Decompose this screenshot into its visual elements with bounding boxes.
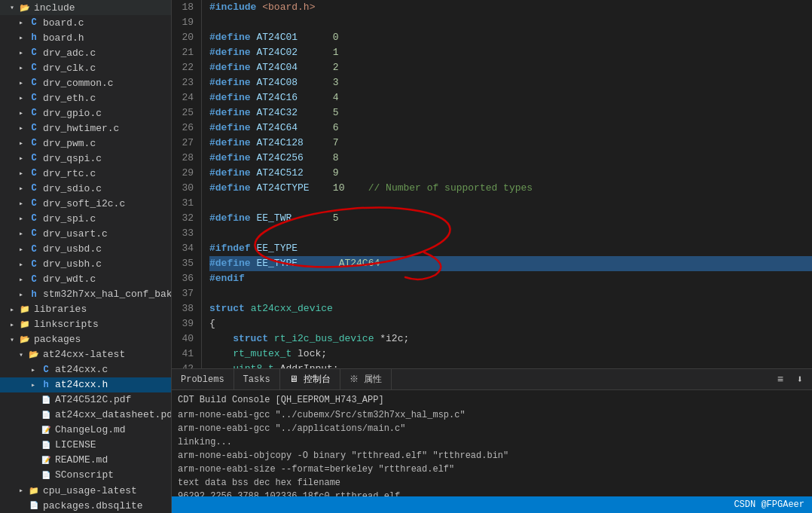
tree-arrow-include[interactable] <box>6 3 18 12</box>
tree-arrow-at24cxx-c[interactable] <box>27 365 39 374</box>
sidebar-item-SConscript[interactable]: 📄SConscript <box>0 468 171 483</box>
c-file-icon: C <box>27 17 41 28</box>
code-line-29[interactable]: #define AT24C512 9 <box>209 166 812 181</box>
tree-arrow-board-c[interactable] <box>15 18 27 27</box>
panel-log-line: text data bss dec hex filename <box>178 476 806 490</box>
tree-arrow-drv-qspi-c[interactable] <box>15 154 27 163</box>
sidebar-item-drv-pwm-c[interactable]: Cdrv_pwm.c <box>0 136 171 151</box>
tree-arrow-drv-eth-c[interactable] <box>15 93 27 102</box>
sidebar-item-at24cxx-datasheet-pdf[interactable]: 📄at24cxx_datasheet.pdf <box>0 408 171 423</box>
code-line-36[interactable]: #endif <box>209 271 812 286</box>
sidebar-item-at24cxx-h[interactable]: hat24cxx.h <box>0 377 171 392</box>
tree-arrow-drv-hwtimer-c[interactable] <box>15 124 27 133</box>
sidebar-item-at24cxx-c[interactable]: Cat24cxx.c <box>0 362 171 377</box>
tree-arrow-cpu-usage-latest[interactable] <box>15 486 27 495</box>
tree-arrow-drv-clk-c[interactable] <box>15 63 27 72</box>
code-line-23[interactable]: #define AT24C08 3 <box>209 75 812 90</box>
code-line-32[interactable]: #define EE_TWR 5 <box>209 211 812 226</box>
tree-arrow-board-h[interactable] <box>15 33 27 42</box>
sidebar-item-drv-sdio-c[interactable]: Cdrv_sdio.c <box>0 181 171 196</box>
code-line-31[interactable] <box>209 196 812 211</box>
sidebar-label-drv-common-c: drv_common.c <box>43 78 114 89</box>
tree-arrow-drv-usart-c[interactable] <box>15 229 27 238</box>
sidebar-item-drv-soft-i2c-c[interactable]: Cdrv_soft_i2c.c <box>0 196 171 211</box>
sidebar-item-drv-spi-c[interactable]: Cdrv_spi.c <box>0 211 171 226</box>
code-line-41[interactable]: rt_mutex_t lock; <box>209 347 812 362</box>
tree-arrow-drv-soft-i2c-c[interactable] <box>15 199 27 208</box>
tree-arrow-drv-usbd-c[interactable] <box>15 245 27 254</box>
code-line-24[interactable]: #define AT24C16 4 <box>209 90 812 105</box>
tree-arrow-drv-adc-c[interactable] <box>15 48 27 57</box>
tree-arrow-libraries[interactable] <box>6 305 18 314</box>
sidebar-item-packages[interactable]: 📂packages <box>0 332 171 347</box>
panel-tab-tasks[interactable]: Tasks <box>234 369 280 390</box>
tree-arrow-drv-rtc-c[interactable] <box>15 169 27 178</box>
tree-arrow-drv-common-c[interactable] <box>15 78 27 87</box>
sidebar-item-drv-rtc-c[interactable]: Cdrv_rtc.c <box>0 166 171 181</box>
code-line-30[interactable]: #define AT24CTYPE 10 // Number of suppor… <box>209 181 812 196</box>
tree-arrow-packages[interactable] <box>6 335 18 344</box>
sidebar-item-drv-hwtimer-c[interactable]: Cdrv_hwtimer.c <box>0 121 171 136</box>
sidebar-item-README-md[interactable]: 📝README.md <box>0 453 171 468</box>
panel-tab-problems[interactable]: Problems <box>172 369 234 390</box>
panel-menu-icon[interactable]: ≡ <box>772 371 789 388</box>
sidebar-item-cpu-usage-latest[interactable]: 📁cpu_usage-latest <box>0 483 171 498</box>
code-line-18[interactable]: #include <board.h> <box>209 0 812 15</box>
sidebar-item-drv-qspi-c[interactable]: Cdrv_qspi.c <box>0 151 171 166</box>
panel-tab-※-属性[interactable]: ※ 属性 <box>340 369 392 390</box>
sidebar-item-drv-gpio-c[interactable]: Cdrv_gpio.c <box>0 105 171 121</box>
c-file-icon: C <box>27 274 41 285</box>
sidebar-item-stm32h7xx-hal-conf[interactable]: hstm32h7xx_hal_conf_bak.h <box>0 287 171 302</box>
sidebar-item-drv-usbd-c[interactable]: Cdrv_usbd.c <box>0 242 171 257</box>
sidebar-item-drv-eth-c[interactable]: Cdrv_eth.c <box>0 90 171 105</box>
sidebar-item-board-c[interactable]: Cboard.c <box>0 15 171 30</box>
folder-closed-icon: 📁 <box>27 486 41 496</box>
tree-arrow-drv-spi-c[interactable] <box>15 214 27 223</box>
code-line-27[interactable]: #define AT24C128 7 <box>209 136 812 151</box>
code-line-20[interactable]: #define AT24C01 0 <box>209 30 812 45</box>
tree-arrow-at24cxx-latest[interactable] <box>15 350 27 359</box>
code-line-34[interactable]: #ifndef EE_TYPE <box>209 241 812 256</box>
sidebar-item-drv-wdt-c[interactable]: Cdrv_wdt.c <box>0 272 171 287</box>
tree-arrow-drv-pwm-c[interactable] <box>15 139 27 148</box>
sidebar-item-linkscripts[interactable]: 📁linkscripts <box>0 317 171 332</box>
code-line-37[interactable] <box>209 286 812 301</box>
code-line-40[interactable]: struct rt_i2c_bus_device *i2c; <box>209 331 812 347</box>
tree-arrow-drv-wdt-c[interactable] <box>15 275 27 284</box>
code-line-19[interactable] <box>209 15 812 30</box>
code-line-39[interactable]: { <box>209 316 812 331</box>
sidebar-item-drv-adc-c[interactable]: Cdrv_adc.c <box>0 45 171 60</box>
code-line-42[interactable]: uint8_t AddrInput; <box>209 362 812 368</box>
tree-arrow-drv-usbh-c[interactable] <box>15 260 27 269</box>
sidebar-item-drv-usbh-c[interactable]: Cdrv_usbh.c <box>0 257 171 272</box>
tree-arrow-drv-sdio-c[interactable] <box>15 184 27 193</box>
code-editor[interactable]: 1819202122232425262728293031323334353637… <box>172 0 812 368</box>
sidebar-item-board-h[interactable]: hboard.h <box>0 30 171 45</box>
tree-arrow-drv-gpio-c[interactable] <box>15 108 27 118</box>
sidebar-item-AT24C512C-pdf[interactable]: 📄AT24C512C.pdf <box>0 392 171 408</box>
tree-arrow-linkscripts[interactable] <box>6 320 18 329</box>
sidebar-item-drv-common-c[interactable]: Cdrv_common.c <box>0 75 171 90</box>
sidebar-item-LICENSE[interactable]: 📄LICENSE <box>0 438 171 453</box>
sidebar-item-libraries[interactable]: 📁libraries <box>0 302 171 317</box>
code-line-21[interactable]: #define AT24C02 1 <box>209 45 812 60</box>
sidebar-label-SConscript: SConscript <box>55 469 114 481</box>
sidebar-item-drv-usart-c[interactable]: Cdrv_usart.c <box>0 226 171 241</box>
panel-close-icon[interactable]: ⬇ <box>792 371 808 388</box>
sidebar-item-ChangeLog-md[interactable]: 📝ChangeLog.md <box>0 423 171 438</box>
sidebar-item-packages-dbsqlite[interactable]: 📄packages.dbsqlite <box>0 498 171 513</box>
code-line-28[interactable]: #define AT24C256 8 <box>209 151 812 166</box>
line-number-38: 38 <box>179 301 194 316</box>
sidebar-item-at24cxx-latest[interactable]: 📂at24cxx-latest <box>0 347 171 362</box>
code-line-22[interactable]: #define AT24C04 2 <box>209 60 812 75</box>
code-line-35[interactable]: #define EE_TYPE AT24C64 <box>209 256 812 271</box>
code-line-33[interactable] <box>209 226 812 241</box>
sidebar-item-drv-clk-c[interactable]: Cdrv_clk.c <box>0 60 171 75</box>
tree-arrow-at24cxx-h[interactable] <box>27 380 39 389</box>
code-line-26[interactable]: #define AT24C64 6 <box>209 121 812 136</box>
code-line-25[interactable]: #define AT24C32 5 <box>209 105 812 121</box>
code-line-38[interactable]: struct at24cxx_device <box>209 301 812 316</box>
tree-arrow-stm32h7xx-hal-conf[interactable] <box>15 290 27 299</box>
panel-tab-🖥-控制台[interactable]: 🖥 控制台 <box>280 369 340 390</box>
sidebar-item-include[interactable]: 📂include <box>0 0 171 15</box>
